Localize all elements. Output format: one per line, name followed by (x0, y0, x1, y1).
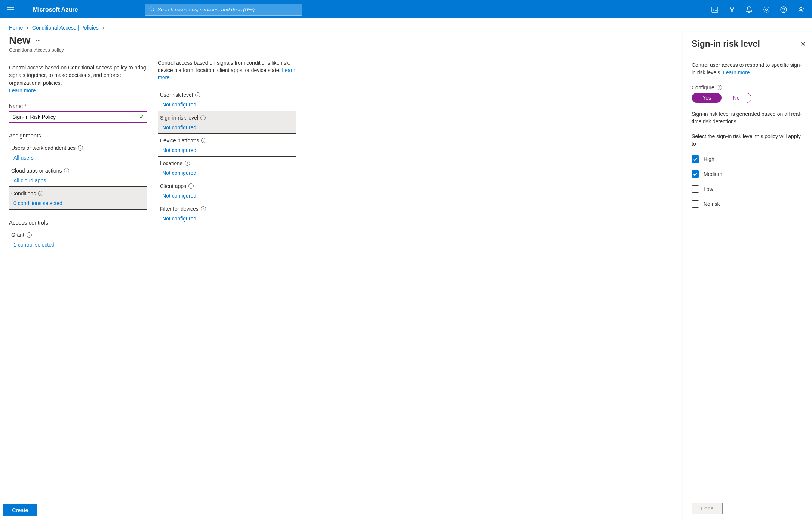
info-icon[interactable]: i (188, 183, 194, 189)
info-icon[interactable]: i (27, 232, 32, 238)
more-actions-icon[interactable]: ··· (36, 37, 41, 44)
assignment-setting-2-value[interactable]: 0 conditions selected (11, 200, 145, 206)
required-indicator: * (24, 103, 26, 109)
condition-setting-3[interactable]: LocationsiNot configured (158, 157, 296, 179)
create-button[interactable]: Create (3, 504, 37, 516)
assignment-setting-1[interactable]: Cloud apps or actionsiAll cloud apps (9, 164, 147, 187)
search-box[interactable] (145, 4, 302, 16)
svg-point-3 (150, 7, 154, 10)
close-icon[interactable]: ✕ (800, 40, 805, 47)
sign-in-risk-panel: Sign-in risk level ✕ Control user access… (683, 32, 812, 520)
page-subtitle: Conditional Access policy (9, 47, 147, 53)
grant-setting[interactable]: Granti1 control selected (9, 228, 147, 251)
info-icon[interactable]: i (78, 145, 83, 151)
svg-point-8 (800, 7, 802, 10)
notifications-icon[interactable] (741, 2, 757, 17)
checkbox[interactable] (692, 200, 699, 208)
svg-rect-5 (712, 7, 718, 12)
name-input-wrapper: ✓ (9, 111, 147, 123)
done-button[interactable]: Done (692, 503, 723, 514)
condition-setting-5-value[interactable]: Not configured (160, 216, 294, 222)
info-icon[interactable]: i (195, 92, 200, 98)
info-icon[interactable]: i (717, 85, 722, 90)
condition-setting-2[interactable]: Device platformsiNot configured (158, 134, 296, 157)
panel-title: Sign-in risk level (692, 39, 804, 49)
valid-check-icon: ✓ (139, 114, 144, 120)
brand[interactable]: Microsoft Azure (33, 6, 78, 13)
assignment-setting-2[interactable]: Conditionsi0 conditions selected (9, 187, 147, 210)
panel-info-2: Select the sign-in risk level this polic… (692, 133, 804, 148)
chevron-right-icon: › (102, 25, 104, 31)
info-icon[interactable]: i (64, 168, 69, 173)
info-icon[interactable]: i (200, 115, 206, 120)
grant-setting-value[interactable]: 1 control selected (11, 242, 145, 248)
info-icon[interactable]: i (201, 206, 206, 211)
configure-toggle[interactable]: Yes No (692, 93, 751, 103)
panel-info-1: Sign-in risk level is generated based on… (692, 111, 804, 126)
assignments-heading: Assignments (9, 132, 147, 141)
info-icon[interactable]: i (201, 138, 206, 143)
assignment-setting-2-label: Conditions (11, 191, 36, 196)
panel-learn-more-link[interactable]: Learn more (723, 69, 750, 75)
assignment-setting-1-label: Cloud apps or actions (11, 168, 62, 174)
policy-description: Control access based on Conditional Acce… (9, 64, 147, 87)
assignment-setting-0-value[interactable]: All users (11, 155, 145, 161)
condition-setting-1[interactable]: Sign-in risk leveliNot configured (158, 111, 296, 134)
assignment-setting-0[interactable]: Users or workload identitiesiAll users (9, 141, 147, 164)
breadcrumb-home[interactable]: Home (9, 25, 23, 31)
assignment-setting-0-label: Users or workload identities (11, 145, 76, 151)
condition-setting-3-value[interactable]: Not configured (160, 170, 294, 176)
directory-filter-icon[interactable] (724, 2, 740, 17)
configure-label: Configure (692, 84, 714, 90)
condition-setting-3-label: Locations (160, 160, 182, 166)
condition-setting-4[interactable]: Client appsiNot configured (158, 179, 296, 202)
risk-option-label: High (704, 156, 714, 162)
checkbox[interactable] (692, 185, 699, 193)
assignment-setting-1-value[interactable]: All cloud apps (11, 177, 145, 183)
access-controls-heading: Access controls (9, 219, 147, 228)
risk-option-0[interactable]: High (692, 155, 804, 163)
name-label: Name (9, 103, 23, 109)
breadcrumb-conditional-access[interactable]: Conditional Access | Policies (32, 25, 99, 31)
toggle-yes[interactable]: Yes (692, 93, 722, 103)
feedback-icon[interactable] (793, 2, 809, 17)
checkbox[interactable] (692, 155, 699, 163)
condition-setting-0[interactable]: User risk leveliNot configured (158, 88, 296, 111)
condition-setting-5[interactable]: Filter for devicesiNot configured (158, 202, 296, 225)
page-title: New (9, 34, 31, 46)
toggle-no[interactable]: No (722, 93, 751, 103)
learn-more-link[interactable]: Learn more (9, 87, 147, 93)
condition-setting-4-value[interactable]: Not configured (160, 193, 294, 199)
chevron-right-icon: › (27, 25, 28, 31)
condition-setting-1-value[interactable]: Not configured (160, 124, 294, 130)
breadcrumb: Home › Conditional Access | Policies › (0, 18, 812, 32)
cloud-shell-icon[interactable] (707, 2, 723, 17)
search-input[interactable] (157, 7, 298, 12)
condition-setting-0-value[interactable]: Not configured (160, 102, 294, 108)
name-input[interactable] (12, 114, 139, 120)
risk-option-3[interactable]: No risk (692, 200, 804, 208)
condition-setting-1-label: Sign-in risk level (160, 115, 198, 121)
svg-point-6 (766, 9, 768, 10)
checkbox[interactable] (692, 170, 699, 178)
help-icon[interactable] (775, 2, 792, 17)
risk-option-label: Low (704, 186, 713, 192)
conditions-description: Control access based on signals from con… (158, 60, 290, 73)
info-icon[interactable]: i (38, 191, 43, 196)
hamburger-menu[interactable] (3, 2, 18, 17)
risk-option-label: No risk (704, 201, 720, 207)
svg-point-7 (781, 7, 787, 13)
risk-option-label: Medium (704, 171, 722, 177)
condition-setting-0-label: User risk level (160, 92, 193, 98)
risk-option-1[interactable]: Medium (692, 170, 804, 178)
top-bar: Microsoft Azure (0, 0, 812, 18)
risk-option-2[interactable]: Low (692, 185, 804, 193)
grant-setting-label: Grant (11, 232, 24, 238)
condition-setting-5-label: Filter for devices (160, 206, 199, 212)
condition-setting-2-label: Device platforms (160, 137, 199, 143)
search-icon (149, 6, 154, 13)
svg-line-4 (153, 10, 154, 12)
info-icon[interactable]: i (185, 161, 190, 166)
condition-setting-2-value[interactable]: Not configured (160, 147, 294, 153)
settings-icon[interactable] (758, 2, 775, 17)
